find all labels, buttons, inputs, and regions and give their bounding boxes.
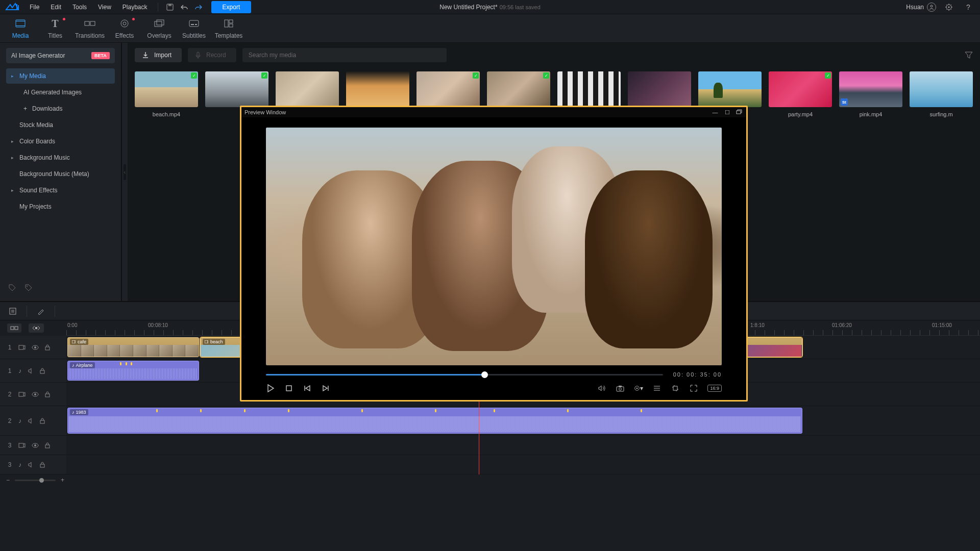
tab-templates[interactable]: Templates bbox=[211, 17, 246, 42]
tab-overlays[interactable]: Overlays bbox=[142, 17, 177, 42]
quality-icon[interactable]: ▾ bbox=[634, 384, 643, 393]
tab-titles[interactable]: TTitles bbox=[38, 17, 72, 42]
visibility-icon[interactable] bbox=[32, 345, 39, 350]
sidebar-color-boards[interactable]: ▸Color Boards bbox=[6, 134, 115, 149]
svg-rect-40 bbox=[40, 420, 44, 423]
sidebar-stock-media[interactable]: Stock Media bbox=[6, 117, 115, 133]
sidebar-my-projects[interactable]: My Projects bbox=[6, 199, 115, 214]
next-frame-icon[interactable] bbox=[321, 384, 330, 393]
tab-media[interactable]: Media bbox=[3, 17, 38, 42]
mute-icon[interactable] bbox=[28, 418, 34, 424]
export-button[interactable]: Export bbox=[211, 1, 252, 13]
save-icon[interactable] bbox=[163, 1, 177, 14]
zoom-out-icon[interactable]: − bbox=[6, 477, 10, 484]
crop-icon[interactable] bbox=[671, 384, 680, 393]
media-item-11[interactable]: surfing.m bbox=[910, 71, 973, 117]
maximize-icon[interactable]: ☐ bbox=[724, 109, 731, 116]
menu-edit[interactable]: Edit bbox=[45, 2, 66, 13]
filter-icon[interactable] bbox=[965, 51, 973, 59]
clip-cafe[interactable]: cafe bbox=[67, 337, 199, 357]
preview-titlebar[interactable]: Preview Window — ☐ bbox=[241, 107, 746, 117]
menu-view[interactable]: View bbox=[93, 2, 116, 13]
svg-rect-15 bbox=[157, 20, 164, 25]
tag-icon[interactable] bbox=[8, 284, 16, 292]
ai-image-generator[interactable]: AI Image GeneratorBETA bbox=[6, 48, 115, 63]
tab-transitions[interactable]: Transitions bbox=[72, 17, 107, 42]
svg-rect-29 bbox=[19, 345, 23, 349]
visibility-icon[interactable] bbox=[32, 443, 39, 448]
menu-tools[interactable]: Tools bbox=[67, 2, 92, 13]
help-icon[interactable]: ? bbox=[962, 1, 975, 14]
svg-point-6 bbox=[948, 6, 950, 8]
menu-file[interactable]: File bbox=[24, 2, 44, 13]
timeline-snap-tool[interactable] bbox=[7, 323, 21, 333]
sidebar-bg-music[interactable]: ▸Background Music bbox=[6, 150, 115, 165]
tag-outline-icon[interactable] bbox=[24, 284, 33, 292]
sidebar-sound-effects[interactable]: ▸Sound Effects bbox=[6, 183, 115, 198]
media-icon bbox=[3, 17, 38, 30]
aspect-ratio-badge[interactable]: 16:9 bbox=[707, 385, 722, 392]
mute-icon[interactable] bbox=[28, 462, 34, 468]
volume-icon[interactable] bbox=[597, 384, 606, 393]
sidebar-bg-music-meta[interactable]: Background Music (Meta) bbox=[6, 166, 115, 182]
zoom-in-icon[interactable]: + bbox=[61, 477, 64, 484]
lock-icon[interactable] bbox=[40, 462, 45, 468]
user-badge[interactable]: Hsuan bbox=[906, 3, 936, 12]
menubar: File Edit Tools View Playback Export New… bbox=[0, 0, 980, 14]
mute-icon[interactable] bbox=[28, 368, 34, 374]
list-icon[interactable] bbox=[652, 384, 662, 393]
svg-rect-19 bbox=[225, 20, 228, 27]
stop-icon[interactable] bbox=[284, 384, 293, 393]
svg-rect-32 bbox=[45, 347, 50, 350]
menu-playback[interactable]: Playback bbox=[117, 2, 153, 13]
timeline-brush-tool[interactable] bbox=[34, 305, 47, 318]
minimize-icon[interactable]: — bbox=[712, 109, 719, 116]
redo-icon[interactable] bbox=[192, 1, 205, 14]
media-item-label: party.mp4 bbox=[769, 111, 832, 117]
svg-rect-20 bbox=[229, 20, 233, 23]
overlays-icon bbox=[142, 17, 177, 30]
tab-effects[interactable]: Effects bbox=[107, 17, 142, 42]
restore-icon[interactable] bbox=[736, 109, 743, 116]
templates-icon bbox=[211, 17, 246, 30]
sidebar-resize-handle[interactable]: ‹ bbox=[122, 43, 128, 301]
mic-icon bbox=[195, 52, 201, 59]
sidebar-ai-generated[interactable]: AI Generated Images bbox=[6, 85, 115, 100]
svg-rect-27 bbox=[15, 327, 18, 330]
lock-icon[interactable] bbox=[45, 442, 50, 448]
visibility-icon[interactable] bbox=[32, 392, 39, 397]
timeline-select-tool[interactable] bbox=[6, 305, 19, 318]
titles-icon: T bbox=[38, 17, 72, 30]
sidebar-my-media[interactable]: ▸My Media bbox=[6, 68, 115, 84]
media-item-9[interactable]: ✓party.mp4 bbox=[769, 71, 832, 117]
tab-subtitles[interactable]: Subtitles bbox=[177, 17, 211, 42]
preview-scrubber[interactable] bbox=[266, 374, 663, 375]
clip-1983[interactable]: ♪ 1983 bbox=[67, 408, 802, 434]
fullscreen-icon[interactable] bbox=[689, 384, 698, 393]
media-item-0[interactable]: ✓beach.mp4 bbox=[135, 71, 198, 117]
svg-point-49 bbox=[619, 388, 622, 390]
settings-icon[interactable] bbox=[942, 1, 955, 14]
media-item-10[interactable]: Stpink.mp4 bbox=[839, 71, 902, 117]
svg-rect-48 bbox=[617, 387, 624, 391]
effects-icon bbox=[107, 17, 142, 30]
lock-icon[interactable] bbox=[45, 391, 50, 397]
undo-icon[interactable] bbox=[178, 1, 191, 14]
clip-airplane[interactable]: ♪ Airplane bbox=[67, 361, 199, 381]
lock-icon[interactable] bbox=[45, 344, 50, 350]
svg-rect-14 bbox=[155, 21, 162, 27]
timeline-magnet-tool[interactable] bbox=[29, 323, 44, 333]
zoom-slider[interactable] bbox=[15, 480, 56, 481]
play-icon[interactable] bbox=[266, 384, 275, 393]
preview-window: Preview Window — ☐ 00: 00: 35: 00 ▾ 16:9 bbox=[240, 106, 748, 402]
svg-rect-47 bbox=[286, 386, 291, 391]
lock-icon[interactable] bbox=[40, 418, 45, 424]
prev-frame-icon[interactable] bbox=[303, 384, 312, 393]
audio-track-icon: ♪ bbox=[18, 367, 21, 374]
import-button[interactable]: Import bbox=[135, 48, 182, 62]
snapshot-icon[interactable] bbox=[616, 384, 625, 393]
sidebar-downloads[interactable]: +Downloads bbox=[6, 101, 115, 116]
lock-icon[interactable] bbox=[40, 368, 45, 374]
media-search[interactable]: Search my media bbox=[242, 48, 447, 62]
record-button[interactable]: Record bbox=[188, 48, 236, 62]
